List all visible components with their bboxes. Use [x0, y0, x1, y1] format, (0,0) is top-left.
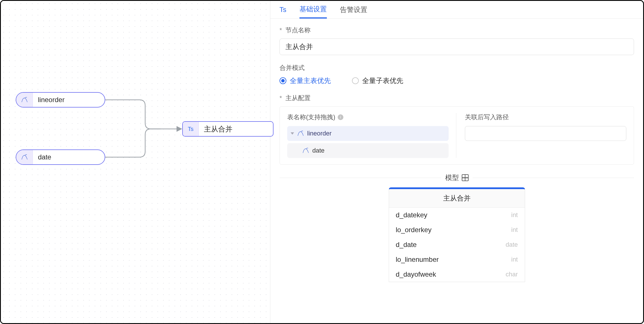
node-label: 主从合并 [199, 124, 239, 134]
ts-icon: Ts [183, 122, 199, 136]
tree-item-date[interactable]: date [287, 143, 449, 158]
write-path-input[interactable] [465, 126, 626, 141]
field-type: int [511, 256, 518, 263]
mysql-icon [16, 93, 33, 107]
mysql-icon [297, 130, 304, 137]
model-field-row[interactable]: lo_linenumber int [389, 252, 525, 267]
info-icon[interactable]: i [338, 114, 343, 120]
node-date[interactable]: date [16, 149, 105, 165]
write-path-label: 关联后写入路径 [465, 113, 626, 122]
radio-label: 全量子表优先 [362, 76, 403, 85]
tree-item-label: lineorder [307, 130, 332, 137]
model-field-row[interactable]: d_datekey int [389, 208, 525, 222]
table-name-col: 表名称(支持拖拽) i lineorder date [287, 113, 456, 158]
mysql-icon [302, 147, 309, 154]
node-label: lineorder [33, 96, 64, 104]
field-name: d_date [396, 241, 417, 249]
tree-item-lineorder[interactable]: lineorder [287, 126, 449, 141]
chevron-down-icon [291, 132, 294, 135]
model-field-row[interactable]: d_dayofweek char [389, 267, 525, 282]
merge-mode-label: 合并模式 [280, 64, 634, 72]
panel-body: 节点名称 合并模式 全量主表优先 全量子表优先 主从配置 [270, 19, 643, 323]
table-name-header: 表名称(支持拖拽) i [287, 113, 449, 122]
tab-basic-settings[interactable]: 基础设置 [299, 1, 327, 19]
model-field-row[interactable]: lo_orderkey int [389, 222, 525, 237]
master-slave-section: 主从配置 表名称(支持拖拽) i lineorder [280, 94, 634, 165]
tree-item-label: date [312, 147, 325, 154]
field-name: lo_linenumber [396, 256, 439, 264]
model-divider: 模型 [280, 173, 634, 182]
radio-label: 全量主表优先 [290, 76, 331, 85]
model-card: 主从合并 d_datekey int lo_orderkey int d_dat… [389, 187, 525, 282]
tabs: Ts 基础设置 告警设置 [270, 1, 643, 19]
radio-sub-first[interactable]: 全量子表优先 [352, 76, 403, 85]
grid-icon [462, 174, 469, 181]
merge-mode-section: 合并模式 全量主表优先 全量子表优先 [280, 64, 634, 85]
node-lineorder[interactable]: lineorder [16, 92, 105, 108]
model-field-row[interactable]: d_date date [389, 237, 525, 252]
app-root: lineorder date Ts 主从合并 Ts 基础设置 告警设置 节点名称 [0, 0, 644, 324]
field-type: int [511, 226, 518, 234]
mysql-icon [16, 150, 33, 164]
field-name: lo_orderkey [396, 226, 432, 234]
field-name: d_dayofweek [396, 270, 436, 278]
model-card-title: 主从合并 [389, 189, 525, 208]
merge-mode-radios: 全量主表优先 全量子表优先 [280, 76, 634, 85]
radio-circle-icon [280, 77, 286, 84]
field-name: d_datekey [396, 211, 428, 219]
radio-main-first[interactable]: 全量主表优先 [280, 76, 331, 85]
model-label-text: 模型 [445, 173, 459, 182]
table-name-label: 表名称(支持拖拽) [287, 113, 335, 122]
field-type: int [511, 211, 518, 219]
right-panel: Ts 基础设置 告警设置 节点名称 合并模式 全量主表优先 全量子表优先 [270, 1, 643, 323]
node-merge[interactable]: Ts 主从合并 [182, 121, 274, 137]
node-name-section: 节点名称 [280, 26, 634, 55]
tab-alert-settings[interactable]: 告警设置 [340, 1, 367, 18]
radio-circle-icon [352, 77, 359, 84]
flow-canvas[interactable]: lineorder date Ts 主从合并 [1, 1, 270, 323]
node-label: date [33, 153, 51, 161]
model-section-label: 模型 [445, 173, 469, 182]
config-row: 表名称(支持拖拽) i lineorder date [280, 106, 634, 165]
write-path-col: 关联后写入路径 [465, 113, 626, 158]
node-name-label: 节点名称 [280, 26, 634, 35]
field-type: date [506, 241, 518, 248]
tab-ts[interactable]: Ts [280, 1, 286, 18]
field-type: char [506, 271, 518, 278]
master-slave-label: 主从配置 [280, 94, 634, 102]
node-name-input[interactable] [280, 39, 634, 55]
